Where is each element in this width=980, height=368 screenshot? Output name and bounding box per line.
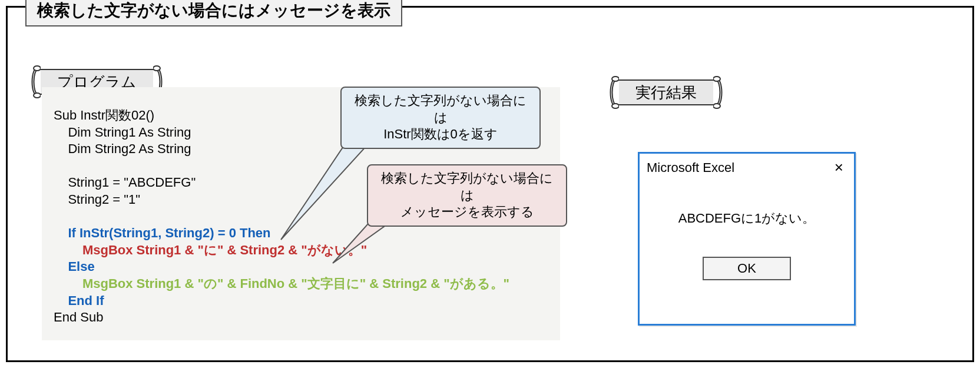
code-line-else: Else: [54, 259, 95, 274]
callout-text: メッセージを表示する: [378, 204, 557, 221]
main-title: 検索した文字がない場合にはメッセージを表示: [25, 0, 402, 26]
message-box-titlebar: Microsoft Excel ×: [640, 154, 854, 181]
callout-blue: 検索した文字列がない場合には InStr関数は0を返す: [340, 87, 541, 149]
message-box-footer: OK: [640, 257, 854, 289]
callout-pink: 検索した文字列がない場合には メッセージを表示する: [367, 164, 567, 227]
callout-text: InStr関数は0を返す: [351, 126, 530, 143]
code-line-msgbox: MsgBox String1 & "に" & String2 & "がない。": [54, 243, 367, 257]
code-line-if: If InStr(String1, String2) = 0 Then: [54, 226, 271, 240]
scroll-left-icon: [602, 75, 619, 110]
code-line-msgbox2: MsgBox String1 & "の" & FindNo & "文字目に" &…: [54, 276, 509, 291]
code-line: String2 = "1": [54, 192, 140, 207]
code-line: Dim String2 As String: [54, 141, 191, 156]
message-box-body: ABCDEFGに1がない。: [640, 181, 854, 257]
svg-point-4: [612, 77, 619, 81]
close-icon[interactable]: ×: [831, 158, 847, 177]
callout-text: 検索した文字列がない場合には: [378, 170, 557, 204]
message-box: Microsoft Excel × ABCDEFGに1がない。 OK: [638, 152, 856, 326]
svg-point-7: [713, 104, 720, 108]
ok-button[interactable]: OK: [703, 257, 791, 280]
svg-point-0: [34, 66, 41, 71]
svg-point-1: [34, 93, 41, 98]
result-banner: 実行結果: [602, 77, 730, 108]
code-line: End Sub: [54, 310, 103, 324]
result-label: 実行結果: [619, 79, 713, 105]
message-box-title: Microsoft Excel: [647, 160, 734, 175]
svg-point-6: [713, 77, 720, 81]
svg-point-5: [612, 104, 619, 108]
outer-frame: 検索した文字がない場合にはメッセージを表示 プログラム 実行結果 Sub Ins…: [6, 6, 974, 362]
scroll-right-icon: [713, 75, 730, 110]
code-line: String1 = "ABCDEFG": [54, 175, 196, 190]
callout-text: 検索した文字列がない場合には: [351, 92, 530, 126]
svg-point-2: [153, 66, 160, 71]
code-line: Dim String1 As String: [54, 125, 191, 140]
scroll-left-icon: [24, 65, 41, 99]
code-line: Sub Instr関数02(): [54, 108, 154, 122]
code-line-endif: End If: [54, 293, 104, 308]
